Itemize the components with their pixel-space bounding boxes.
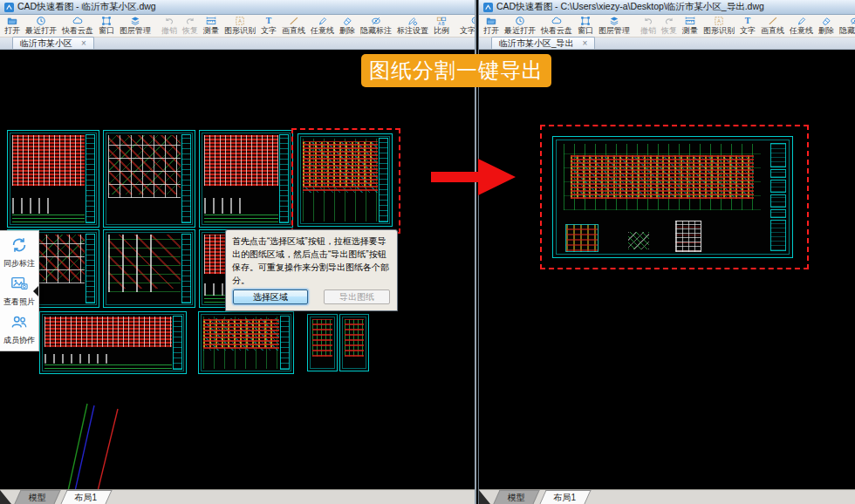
- toolbar-button-scale[interactable]: A:B比例: [431, 16, 452, 37]
- exported-drawing-sheet: [552, 136, 793, 258]
- drawing-sheet: [307, 314, 338, 371]
- toolbar-button-redo: 恢复: [180, 16, 201, 37]
- model-space-tab[interactable]: 模型: [14, 490, 60, 504]
- undo-icon: [163, 16, 175, 26]
- erase-icon: [341, 16, 353, 26]
- model-space-tab[interactable]: 模型: [493, 490, 539, 504]
- toolbar-button-line[interactable]: 画直线: [279, 16, 308, 37]
- toolbar-button-measure[interactable]: 测量: [201, 16, 222, 37]
- right-statusbar: 模型 布局1: [479, 489, 855, 504]
- right-tabbar: 临沂市某小区_导出 ×: [479, 37, 855, 50]
- right-cad-canvas[interactable]: [479, 50, 855, 489]
- panel-item-team[interactable]: 成员协作: [0, 310, 38, 349]
- toolbar-button-text[interactable]: T文字: [737, 16, 758, 37]
- right-titlebar[interactable]: CAD快速看图 - C:\Users\xiezy-a\Desktop\临沂市某小…: [479, 0, 855, 15]
- toolbar-button-erase[interactable]: 删除: [816, 16, 837, 37]
- toolbar-button-label: 图形识别: [703, 26, 735, 36]
- stray-cad-lines: [52, 394, 157, 489]
- toolbar-button-measure[interactable]: 测量: [680, 16, 701, 37]
- dialog-instructions: 首先点击“选择区域”按钮，拉框选择要导出的图纸区域，然后点击“导出图纸”按钮保存…: [226, 230, 397, 287]
- toolbar-button-label: 隐藏标注: [839, 26, 855, 36]
- toolbar-button-text[interactable]: T文字: [258, 16, 279, 37]
- toolbar-button-freeline[interactable]: 任意线: [308, 16, 337, 37]
- toolbar-button-recognize[interactable]: A图形识别: [222, 16, 258, 37]
- tab-close-icon[interactable]: ×: [81, 39, 86, 47]
- toolbar-button-undo: 撤销: [638, 16, 659, 37]
- tab-label: 临沂市某小区_导出: [499, 37, 574, 50]
- toolbar-button-label: 恢复: [661, 26, 677, 36]
- toolbar-button-label: 撤销: [161, 26, 177, 36]
- toolbar-button-open[interactable]: 打开: [2, 16, 23, 37]
- text-icon: T: [742, 16, 754, 26]
- toolbar-button-line[interactable]: 画直线: [758, 16, 787, 37]
- toolbar-button-label: 图形识别: [224, 26, 256, 36]
- redo-icon: [184, 16, 196, 26]
- panel-collapse-arrow-icon[interactable]: [33, 286, 38, 296]
- panel-item-label: 同步标注: [3, 258, 35, 269]
- svg-text:A:B: A:B: [438, 22, 444, 26]
- toolbar-button-label: 画直线: [282, 26, 305, 36]
- toolbar-button-cloud[interactable]: 快看云盘: [538, 16, 575, 37]
- dialog-buttons: 选择区域 导出图纸: [226, 287, 397, 310]
- sync-icon: [10, 236, 28, 257]
- left-cad-canvas[interactable]: 同步标注查看照片成员协作 CAD图纸分割导出 × 首先点击“选择区域”按钮，拉框…: [0, 50, 475, 489]
- toolbar-button-redo: 恢复: [659, 16, 680, 37]
- toolbar-button-window[interactable]: 窗口: [575, 16, 596, 37]
- toolbar-button-recent[interactable]: 最近打开: [502, 16, 538, 37]
- recognize-icon: A: [713, 16, 725, 26]
- freeline-icon: [796, 16, 808, 26]
- app-icon: [4, 3, 14, 12]
- toolbar-button-label: 任意线: [790, 26, 813, 36]
- measure-icon: [205, 16, 217, 26]
- scale-icon: A:B: [435, 16, 448, 26]
- window-title: CAD快速看图 - C:\Users\xiezy-a\Desktop\临沂市某小…: [496, 1, 764, 13]
- toolbar-button-label: 窗口: [99, 26, 114, 36]
- toolbar-button-label: 删除: [818, 26, 834, 36]
- toolbar-button-erase[interactable]: 删除: [337, 16, 358, 37]
- toolbar-button-label: 恢复: [182, 26, 198, 36]
- layers-icon: [608, 16, 620, 26]
- markset-icon: [407, 16, 419, 26]
- toolbar-button-hide[interactable]: 隐藏标注: [837, 16, 855, 37]
- toolbar-button-label: 窗口: [578, 26, 593, 36]
- layout1-tab[interactable]: 布局1: [539, 490, 591, 504]
- drawing-sheet: [103, 229, 195, 308]
- layers-icon: [129, 16, 141, 26]
- erase-icon: [820, 16, 832, 26]
- drawing-sheet: [39, 311, 187, 374]
- left-statusbar: 模型 布局1: [0, 489, 475, 504]
- toolbar-button-freeline[interactable]: 任意线: [787, 16, 816, 37]
- text-icon: T: [263, 16, 275, 26]
- toolbar-button-label: 画直线: [761, 26, 784, 36]
- toolbar-button-label: 文字: [740, 26, 756, 36]
- toolbar-button-layers[interactable]: 图层管理: [117, 16, 154, 37]
- toolbar-button-cloud[interactable]: 快看云盘: [59, 16, 96, 37]
- toolbar-button-recent[interactable]: 最近打开: [23, 16, 59, 37]
- toolbar-button-label: 比例: [434, 26, 449, 36]
- title-block: [770, 142, 787, 252]
- toolbar-button-label: 文字: [261, 26, 277, 36]
- undo-icon: [642, 16, 654, 26]
- detail-block: [565, 224, 598, 252]
- right-drawing-tab[interactable]: 临沂市某小区_导出 ×: [491, 37, 595, 49]
- panel-item-sync[interactable]: 同步标注: [0, 234, 38, 272]
- left-titlebar[interactable]: CAD快速看图 - 临沂市某小区.dwg: [0, 0, 475, 15]
- toolbar-button-open[interactable]: 打开: [481, 16, 502, 37]
- statusbar-wedge: [479, 490, 490, 504]
- left-drawing-tab[interactable]: 临沂市某小区 ×: [12, 37, 94, 49]
- recent-icon: [514, 16, 526, 26]
- svg-text:A: A: [717, 18, 721, 24]
- toolbar-button-search[interactable]: 文字查找: [457, 16, 475, 37]
- collab-side-panel: 同步标注查看照片成员协作: [0, 230, 39, 351]
- select-region-button[interactable]: 选择区域: [233, 289, 308, 304]
- toolbar-button-window[interactable]: 窗口: [96, 16, 117, 37]
- window-icon: [100, 16, 113, 26]
- toolbar-button-markset[interactable]: 标注设置: [394, 16, 431, 37]
- toolbar-button-label: 打开: [4, 26, 20, 36]
- layout1-tab[interactable]: 布局1: [60, 490, 112, 504]
- toolbar-button-recognize[interactable]: A图形识别: [701, 16, 737, 37]
- toolbar-button-layers[interactable]: 图层管理: [596, 16, 633, 37]
- left-toolbar: 打开最近打开快看云盘窗口图层管理撤销恢复测量A图形识别T文字画直线任意线删除隐藏…: [0, 15, 475, 37]
- toolbar-button-hide[interactable]: 隐藏标注: [358, 16, 394, 37]
- tab-close-icon[interactable]: ×: [583, 39, 588, 47]
